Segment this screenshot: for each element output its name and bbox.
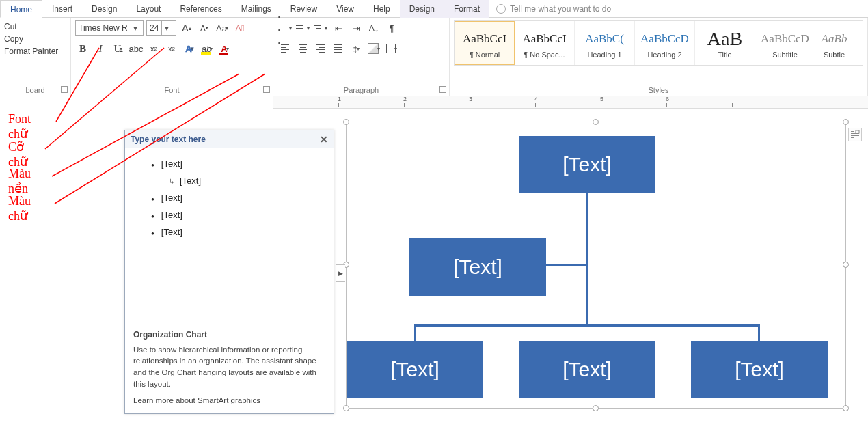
style-heading1[interactable]: AaBbC( Heading 1: [575, 21, 635, 65]
resize-handle[interactable]: [843, 119, 849, 125]
strikethrough-button[interactable]: abc: [128, 41, 144, 56]
tab-smartart-design[interactable]: Design: [400, 0, 444, 18]
highlight-color-button[interactable]: ab▾: [200, 41, 215, 56]
svg-rect-3: [851, 137, 854, 138]
svg-rect-4: [856, 130, 859, 133]
paragraph-group-label: Paragraph: [273, 86, 449, 94]
style-heading2[interactable]: AaBbCcD Heading 2: [635, 21, 695, 65]
numbering-button[interactable]: ▾: [295, 20, 310, 36]
tab-home[interactable]: Home: [0, 0, 42, 18]
org-node-assistant[interactable]: [Text]: [409, 238, 546, 296]
text-pane-toggle[interactable]: ▶: [336, 264, 345, 282]
connector-line: [414, 324, 760, 327]
styles-group: AaBbCcI ¶ Normal AaBbCcI ¶ No Spac... Aa…: [450, 18, 868, 96]
tell-me-search[interactable]: Tell me what you want to do: [496, 4, 611, 14]
resize-handle[interactable]: [343, 119, 349, 125]
paragraph-launcher-icon[interactable]: [439, 86, 446, 93]
learn-more-link[interactable]: Learn more about SmartArt graphics: [133, 395, 260, 406]
connector-line: [414, 324, 416, 341]
annotation-font: Font chữ: [8, 112, 31, 141]
line-spacing-button[interactable]: ‡▾: [349, 41, 364, 56]
borders-button[interactable]: ▾: [384, 41, 399, 56]
text-pane-item[interactable]: [Text]: [131, 206, 328, 223]
text-pane-footer: Organization Chart Use to show hierarchi…: [125, 322, 334, 413]
svg-rect-2: [851, 135, 859, 136]
close-icon[interactable]: ✕: [320, 134, 328, 145]
ribbon: Cut Copy Format Painter board Times New …: [0, 18, 868, 96]
resize-handle[interactable]: [843, 262, 849, 268]
chevron-down-icon[interactable]: ▾: [161, 21, 171, 35]
show-marks-button[interactable]: ¶: [384, 20, 399, 36]
org-node-child[interactable]: [Text]: [347, 341, 483, 398]
org-node-child[interactable]: [Text]: [691, 341, 828, 398]
style-subtitle[interactable]: AaBbCcD Subtitle: [755, 21, 815, 65]
style-subtle-emphasis[interactable]: AaBb Subtle: [815, 21, 853, 65]
increase-indent-button[interactable]: ⇥: [349, 20, 364, 36]
grow-font-button[interactable]: A▴: [179, 20, 194, 36]
text-pane-item[interactable]: [Text]: [131, 223, 328, 240]
text-pane-description: Use to show hierarchical information or …: [133, 344, 325, 390]
align-center-button[interactable]: [295, 41, 310, 56]
connector-line: [545, 264, 587, 266]
tab-layout[interactable]: Layout: [126, 0, 170, 18]
font-launcher-icon[interactable]: [263, 86, 270, 93]
smartart-canvas[interactable]: ▶ [Text] [Text] [Text] [Text] [Text]: [346, 122, 846, 409]
resize-handle[interactable]: [593, 405, 599, 411]
style-title[interactable]: AaB Title: [695, 21, 755, 65]
text-pane-item[interactable]: [Text]: [131, 189, 328, 206]
ribbon-tabs: Home Insert Design Layout References Mai…: [0, 0, 868, 18]
tab-view[interactable]: View: [327, 0, 364, 18]
font-size-value: 24: [150, 23, 159, 33]
tab-mailings[interactable]: Mailings: [232, 0, 281, 18]
font-name-value: Times New R: [79, 23, 128, 33]
org-node-child[interactable]: [Text]: [519, 341, 655, 398]
annotation-size: Cỡ chữ: [8, 139, 27, 169]
multilevel-list-button[interactable]: ▾: [313, 20, 328, 36]
text-pane-item[interactable]: [Text]: [131, 172, 328, 189]
cut-button[interactable]: Cut: [4, 20, 66, 33]
tab-help[interactable]: Help: [364, 0, 400, 18]
clipboard-launcher-icon[interactable]: [61, 86, 68, 93]
format-painter-button[interactable]: Format Painter: [4, 45, 66, 57]
org-node-root[interactable]: [Text]: [519, 136, 655, 193]
font-size-combo[interactable]: 24 ▾: [146, 20, 176, 36]
tab-references[interactable]: References: [170, 0, 231, 18]
clipboard-group: Cut Copy Format Painter board: [0, 18, 71, 96]
shrink-font-button[interactable]: A▾: [197, 20, 212, 36]
bullets-button[interactable]: ▾: [277, 20, 293, 36]
svg-rect-0: [851, 131, 854, 132]
text-pane-item[interactable]: [Text]: [131, 155, 328, 172]
superscript-button[interactable]: x2: [164, 41, 179, 56]
text-pane-body[interactable]: [Text] [Text] [Text] [Text] [Text]: [125, 148, 334, 322]
horizontal-ruler[interactable]: 1 2 3 4 5 6: [273, 96, 868, 109]
justify-button[interactable]: [331, 41, 346, 56]
style-no-spacing[interactable]: AaBbCcI ¶ No Spac...: [515, 21, 575, 65]
decrease-indent-button[interactable]: ⇤: [331, 20, 346, 36]
subscript-button[interactable]: x2: [146, 41, 161, 56]
tab-smartart-format[interactable]: Format: [444, 0, 489, 18]
underline-button[interactable]: U▾: [111, 41, 126, 56]
text-pane-header: Type your text here ✕: [125, 130, 334, 148]
styles-gallery: AaBbCcI ¶ Normal AaBbCcI ¶ No Spac... Aa…: [454, 20, 863, 66]
align-right-button[interactable]: [313, 41, 328, 56]
tab-design[interactable]: Design: [82, 0, 126, 18]
resize-handle[interactable]: [593, 119, 599, 125]
chevron-down-icon[interactable]: ▾: [131, 21, 140, 35]
resize-handle[interactable]: [843, 405, 849, 411]
font-color-button[interactable]: A▾: [217, 41, 232, 56]
text-effects-button[interactable]: A▾: [182, 41, 197, 56]
change-case-button[interactable]: Aa▾: [215, 20, 230, 36]
clear-formatting-button[interactable]: A⃠: [232, 20, 247, 36]
font-name-combo[interactable]: Times New R ▾: [75, 20, 144, 36]
layout-options-button[interactable]: [848, 128, 862, 141]
bold-button[interactable]: B: [75, 41, 90, 56]
tab-insert[interactable]: Insert: [42, 0, 82, 18]
resize-handle[interactable]: [343, 405, 349, 411]
shading-button[interactable]: ▾: [366, 41, 381, 56]
align-left-button[interactable]: [277, 41, 293, 56]
style-normal[interactable]: AaBbCcI ¶ Normal: [455, 21, 515, 65]
copy-button[interactable]: Copy: [4, 33, 66, 45]
lightbulb-icon: [496, 4, 506, 14]
italic-button[interactable]: I: [93, 41, 108, 56]
sort-button[interactable]: A↓: [366, 20, 381, 36]
